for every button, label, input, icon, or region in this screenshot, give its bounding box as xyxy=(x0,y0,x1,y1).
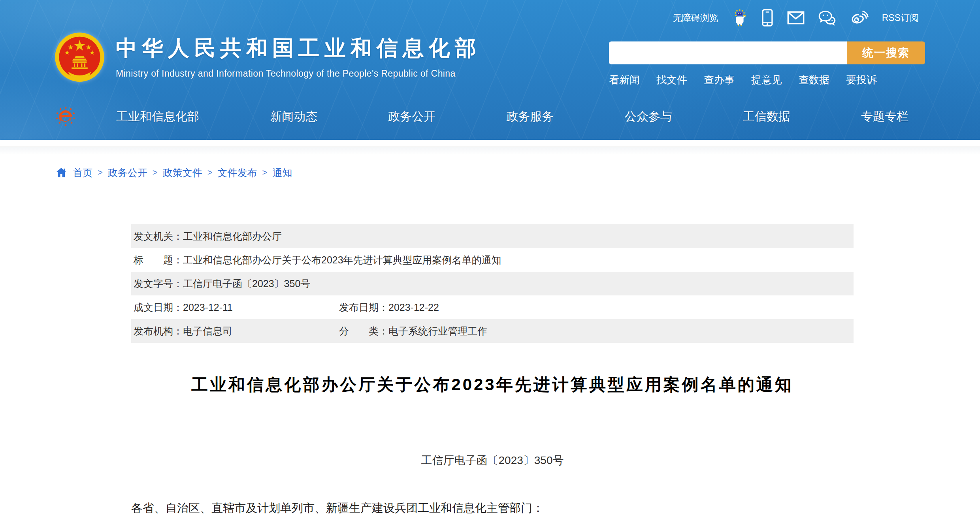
document-salutation: 各省、自治区、直辖市及计划单列市、新疆生产建设兵团工业和信息化主管部门： xyxy=(131,500,854,516)
site-title-en: Ministry of Industry and Information Tec… xyxy=(116,68,481,79)
breadcrumb-policy-files[interactable]: 政策文件 xyxy=(163,166,202,179)
ai-robot-icon[interactable] xyxy=(732,9,748,26)
wechat-icon[interactable] xyxy=(818,10,836,26)
breadcrumb-separator: > xyxy=(153,167,158,178)
quick-link-feedback[interactable]: 提意见 xyxy=(751,73,782,87)
meta-value: 工信厅电子函〔2023〕350号 xyxy=(183,277,310,290)
brand-text: 中华人民共和国工业和信息化部 Ministry of Industry and … xyxy=(116,32,481,79)
meta-row-title: 标 题： 工业和信息化部办公厅关于公布2023年先进计算典型应用案例名单的通知 xyxy=(131,248,854,272)
breadcrumb-separator: > xyxy=(207,167,213,178)
quick-links: 看新闻 找文件 查办事 提意见 查数据 要投诉 xyxy=(609,73,925,87)
meta-value: 工业和信息化部办公厅关于公布2023年先进计算典型应用案例名单的通知 xyxy=(183,254,501,267)
site-brand-link[interactable]: 中华人民共和国工业和信息化部 Ministry of Industry and … xyxy=(55,32,481,84)
breadcrumb-home[interactable]: 首页 xyxy=(73,166,92,179)
meta-value: 2023-12-22 xyxy=(388,302,439,313)
nav-item-miit[interactable]: 工业和信息化部 xyxy=(116,109,199,125)
meta-value: 电子系统行业管理工作 xyxy=(388,325,487,338)
meta-value: 工业和信息化部办公厅 xyxy=(183,230,282,243)
meta-row-publisher-category: 发布机构： 电子信息司 分 类： 电子系统行业管理工作 xyxy=(131,319,854,343)
header-divider xyxy=(0,140,980,155)
national-emblem-icon xyxy=(55,32,105,84)
meta-value: 2023-12-11 xyxy=(183,302,233,313)
nav-item-miit-data[interactable]: 工信数据 xyxy=(743,109,790,125)
meta-row-doc-number: 发文字号： 工信厅电子函〔2023〕350号 xyxy=(131,272,854,295)
document-content: 发文机关： 工业和信息化部办公厅 标 题： 工业和信息化部办公厅关于公布2023… xyxy=(131,224,854,516)
meta-label: 标 题： xyxy=(134,254,183,267)
breadcrumb-separator: > xyxy=(262,167,268,178)
meta-value: 电子信息司 xyxy=(183,325,232,338)
mobile-icon[interactable] xyxy=(761,9,774,27)
search-area: 统一搜索 看新闻 找文件 查办事 提意见 查数据 要投诉 xyxy=(609,41,925,87)
nav-items: 工业和信息化部 新闻动态 政务公开 政务服务 公众参与 工信数据 专题专栏 xyxy=(116,109,908,125)
breadcrumb-separator: > xyxy=(98,167,103,178)
document-title: 工业和信息化部办公厅关于公布2023年先进计算典型应用案例名单的通知 xyxy=(131,374,854,396)
site-title-cn: 中华人民共和国工业和信息化部 xyxy=(116,34,481,63)
rss-link[interactable]: RSS订阅 xyxy=(882,12,919,24)
document-number: 工信厅电子函〔2023〕350号 xyxy=(131,453,854,468)
breadcrumb-notice[interactable]: 通知 xyxy=(272,166,292,179)
weibo-icon[interactable] xyxy=(850,10,869,26)
document-meta-table: 发文机关： 工业和信息化部办公厅 标 题： 工业和信息化部办公厅关于公布2023… xyxy=(131,224,854,343)
meta-label: 发布日期： xyxy=(339,301,388,314)
quick-link-data[interactable]: 查数据 xyxy=(799,73,829,87)
quick-link-files[interactable]: 找文件 xyxy=(656,73,687,87)
nav-item-gov-disclosure[interactable]: 政务公开 xyxy=(388,109,435,125)
miit-e-logo-icon xyxy=(55,106,76,127)
meta-row-issuing-agency: 发文机关： 工业和信息化部办公厅 xyxy=(131,224,854,248)
quick-link-services[interactable]: 查办事 xyxy=(704,73,735,87)
site-header: 无障碍浏览 xyxy=(0,0,980,140)
accessibility-link[interactable]: 无障碍浏览 xyxy=(673,12,718,24)
nav-item-public-participation[interactable]: 公众参与 xyxy=(625,109,672,125)
quick-link-news[interactable]: 看新闻 xyxy=(609,73,640,87)
meta-label: 发文机关： xyxy=(134,230,183,243)
miit-gov-page: 无障碍浏览 xyxy=(0,0,980,530)
nav-item-news[interactable]: 新闻动态 xyxy=(270,109,317,125)
nav-item-gov-services[interactable]: 政务服务 xyxy=(506,109,554,125)
quick-link-complaint[interactable]: 要投诉 xyxy=(846,73,877,87)
mail-icon[interactable] xyxy=(787,11,805,25)
meta-label: 分 类： xyxy=(339,325,388,338)
meta-label: 发文字号： xyxy=(134,277,183,290)
unified-search-button[interactable]: 统一搜索 xyxy=(847,41,925,64)
meta-label: 成文日期： xyxy=(134,301,183,314)
utility-bar: 无障碍浏览 xyxy=(673,9,919,27)
breadcrumb: 首页 > 政务公开 > 政策文件 > 文件发布 > 通知 xyxy=(0,164,980,181)
meta-row-dates: 成文日期： 2023-12-11 发布日期： 2023-12-22 xyxy=(131,295,854,319)
meta-label: 发布机构： xyxy=(134,325,183,338)
breadcrumb-file-release[interactable]: 文件发布 xyxy=(218,166,257,179)
nav-item-special-topics[interactable]: 专题专栏 xyxy=(861,109,908,125)
home-icon[interactable] xyxy=(55,167,67,179)
main-nav: 工业和信息化部 新闻动态 政务公开 政务服务 公众参与 工信数据 专题专栏 xyxy=(55,95,908,138)
breadcrumb-gov-disclosure[interactable]: 政务公开 xyxy=(108,166,147,179)
search-input[interactable] xyxy=(609,41,847,64)
